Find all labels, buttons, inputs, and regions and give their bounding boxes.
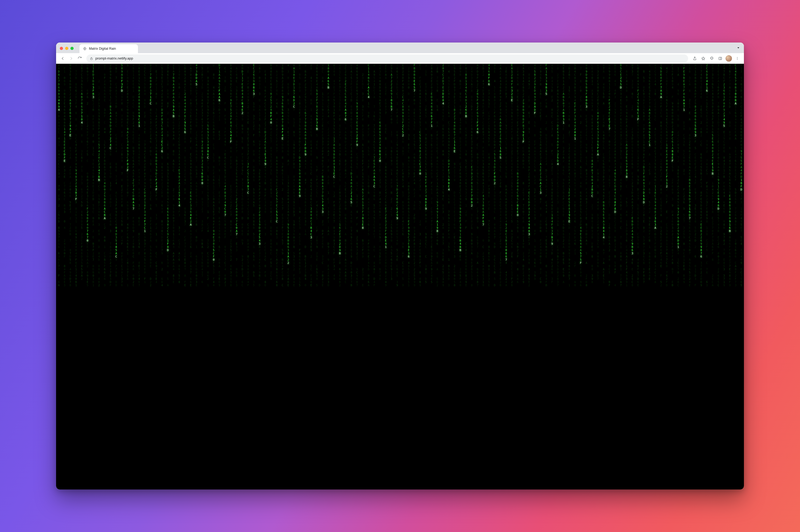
rain-column: A A9541DC7A 7 76C 715A1AC57A7E5FA0A63C39… [372, 64, 377, 490]
rain-column: EC26190B63F 1B0 37E2E F 69 D8 D D84A1 59… [251, 64, 257, 490]
rain-column: DB0927 6F6 2 B22268F96F7E5 C 0882A4E3C56… [85, 64, 91, 490]
reload-button[interactable] [76, 55, 84, 62]
rain-column: 28A92E202ED94B4D67F1F B976700EEB74D3 F46… [429, 64, 435, 490]
rain-column: 883 0031 3 D 3A173 5C65 974E6CB5 3EBF49F… [257, 64, 263, 490]
rain-column: 509ADF3FD19F0 6 7AF0 A2 C42B99 8 7 8 E2F… [119, 64, 125, 490]
rain-column: FA16339B35 F9B 4 2 C D535269224 DC343D47… [544, 64, 549, 490]
browser-toolbar: prompt-matrix.netlify.app [56, 53, 744, 64]
share-button[interactable] [691, 55, 699, 62]
window-minimize-button[interactable] [65, 47, 68, 50]
rain-column: E E33F8178E 8 3C4FFF7A9C71B868D639DCF24F… [154, 64, 159, 490]
rain-column: 9FE9BEA7FA6AA71 D10 CA36 5C8A6 21 F2236 … [681, 64, 687, 490]
browser-window: Matrix Digital Rain prompt-matrix.netlif [56, 42, 744, 490]
matrix-rain: 20DAC7D69834894DD9A4EC 431 D49EC5D34 74 … [56, 64, 744, 490]
rain-column: 3D2B5 15CA 6A77B6 E 27 52BCE8EDF4C4F31EF… [566, 64, 572, 490]
rain-column: 5F 2 1 227D76199B5F0F6857420C2347BB3C5 5… [96, 64, 102, 490]
rain-column: 00BFF77AAE4E5D 5 BD 878 6 A747A5AC66575E… [727, 64, 733, 490]
rain-column: BA70450187 60735E9F60E AF E EC9945D17433… [188, 64, 194, 490]
svg-rect-1 [90, 58, 92, 59]
rain-column: F1 FEC70AB19053A7571C55729B29CC70062239 … [417, 64, 423, 490]
rain-column: 4F985F0 1BC 874CE7 4B9C1B8AE32A1E21DAC13… [538, 64, 544, 490]
svg-point-5 [737, 59, 738, 60]
new-tab-button[interactable] [140, 45, 148, 52]
rain-column: EA12D4FA321E55B96442AF1836127DE4BCBA2158… [509, 64, 515, 490]
menu-button[interactable] [733, 55, 741, 62]
rain-column: 90E 4 5C88821CF69F9999CDBF05141DCF0D21F3… [492, 64, 498, 490]
rain-column: C 08492 CD A 63 E 99 CA9B04DE78F2E04F4EC… [526, 64, 532, 490]
profile-button[interactable] [725, 55, 733, 62]
rain-column: 15DE0FF7A9A80F1C4 8834B9C2D 6 206F3FA F0… [658, 64, 664, 490]
rain-column: 4A3414C852F298B9BBFB79E1F CDAADBA 8 2674… [521, 64, 527, 490]
rain-column: 4BCC875D84 86D E2 5F0E 7734CEA2DFAF799CD… [142, 64, 148, 490]
tab-strip: Matrix Digital Rain [56, 42, 744, 53]
back-button[interactable] [59, 55, 67, 62]
address-bar[interactable]: prompt-matrix.netlify.app [87, 55, 688, 62]
rain-column: F13 9703D7B1FCECF84DBBEAF039755FA4FD1BFD… [739, 64, 744, 490]
rain-column: AEB581A22AB507AB0311E 1F6 920A2 86C 96E3… [561, 64, 567, 490]
rain-column: 17A 4 96 1080 58 D 24CF09E 72 38E02CACA8… [675, 64, 681, 490]
rain-column: D973B3B54438382B3F361B5E640824EE19BA 104… [710, 64, 716, 490]
window-close-button[interactable] [60, 47, 63, 50]
rain-column: 3 15 E76BC5 2E05 6 A 7B265EB5C6C91AEFB27… [423, 64, 429, 490]
rain-column: 23CDC 320 36CF8 B2131 ACB37EFCF1679DA520… [360, 64, 366, 490]
rain-column: D4 05 DD3 61838EF3750078DC2F1D417504BBAB… [297, 64, 303, 490]
rain-column: 24D35A7A D61DF39DFE9BBE37BE67DCE7927010F… [469, 64, 475, 490]
rain-column: 70 27EDFBA5AEB2CBD0DE630ADF325D423A1CC0C… [555, 64, 561, 490]
rain-column: 9 BAFF297295736677906A001FDB99441 B 47 8… [303, 64, 309, 490]
rain-column: 1CE62A16FFB 709A33D78C52E237E8C9A016931C… [716, 64, 721, 490]
rain-column: C6A9014 A3D907A 9E888C491CE78B8AFB76B42B… [589, 64, 595, 490]
bookmark-button[interactable] [699, 55, 707, 62]
rain-column: FA 03AA4B81F595FF9569353A386CF715 5B6E5A… [205, 64, 211, 490]
extensions-button[interactable] [708, 55, 716, 62]
rain-column: A41DB0B8ADF25820B685D93FF 5 CE0C29241F E… [693, 64, 699, 490]
rain-column: 5D32 474D300AD20F7CEE0744 F8E4B385B69A11… [480, 64, 486, 490]
lock-icon [90, 57, 93, 60]
rain-column: C95E2FD973E271822748D67C116E 9A2778 D5CC… [452, 64, 458, 490]
rain-column: 4B514EE01 DACC B5F2436EEC D97C6AFA5F2C74… [131, 64, 136, 490]
forward-button[interactable] [67, 55, 75, 62]
rain-column: 6 BAE44A8 A9 E49ADFACEBCDAD29E697838D C … [624, 64, 630, 490]
tab-close-button[interactable] [131, 46, 135, 51]
rain-column: 2EAEAABFD7 994752797D1AC767F8D7A7D5 DAAC… [503, 64, 509, 490]
rain-column: B93E18DB722A87EB6729A7ED 672A 4EDA 20066… [68, 64, 73, 490]
rain-column: 48C 8A26 15916914E2E8EE33720F90C74CBB8A7… [320, 64, 326, 490]
tab-title: Matrix Digital Rain [89, 47, 116, 51]
rain-column: D2F7B08F371EC 865432BE246 FD6 39 1 7D91 … [148, 64, 154, 490]
browser-tab-active[interactable]: Matrix Digital Rain [79, 44, 138, 53]
svg-point-4 [737, 58, 738, 59]
rain-column: 3D6ABE4A582F7B269D36B 5 4E6 9 5F 9F99C5C… [314, 64, 320, 490]
rain-column: 7A6A71DD7C3 1 8F829 D0729A64DEE6AECE97D2… [395, 64, 400, 490]
rain-column: F1 0B9 8B62E4604B8B1471EEECDFE F3AE C706… [62, 64, 68, 490]
tab-list-button[interactable] [737, 46, 740, 51]
rain-column: C2B 7D938 E 54 BA EFDCE6C78A6D6CF71ADA91… [435, 64, 440, 490]
rain-column: C114B5CACC4 16 9E F0CF B 554 41F 55E01B … [366, 64, 372, 490]
rain-column: 2D896836DC1C2B5A469D3F7274C8B E8C9D 17B … [108, 64, 114, 490]
rain-column: 20DAC7D69834894DD9A4EC 431 D49EC5D34 74 … [56, 64, 62, 490]
rain-column: 473DDA54D7EE3C41EB9B 23C9A9BAB7 BB30 A98… [194, 64, 199, 490]
rain-column: 406892DD69269878A7E0B620F9E CA795 8 A7C … [354, 64, 360, 490]
rain-column: D71AA95CFAA6ACD421 E52 BD2 9 1CD7 E4C6 5… [216, 64, 223, 490]
rain-column: E411 96FFACC012F27ED22ACE3E39949461B 00F… [263, 64, 268, 490]
rain-column: 2C6DD4D160461DC9E3A944 7902 7A0C9 F84582… [704, 64, 710, 490]
window-maximize-button[interactable] [71, 47, 74, 50]
globe-icon [83, 46, 87, 51]
rain-column: D 86 44AAAB1762C6BA006 C1 1C3 BCF86817C1… [211, 64, 216, 490]
rain-column: 405B229ED497DADF9 56 B EF0A03DC5A 620 1F… [532, 64, 538, 490]
rain-column: 7 77B 8662B3F4 B 8 A2 5CC4CF407A994832A1… [73, 64, 79, 490]
rain-column: 87 0F2A66ABE 3BF C 44 1CF35FBD673A04D025… [102, 64, 108, 490]
rain-column: 1B7C53A5AAB70697104AE 8 8 3EAE 71 973 67… [79, 64, 85, 490]
rain-column: FB0B6E6574FB8 8E0535C CE953 06BBB9EFA4 A… [412, 64, 418, 490]
rain-column: F9B 3CA 8 2E1 E A 3 8D2E962E59AAE8B6E196… [687, 64, 693, 490]
rain-column: 3786E30 D0B 8F 2 0B5 6D 1E0 9B 61935389B… [165, 64, 171, 490]
rain-column: 42C18EC574B5FA14E6CCB00F10EAF004E2F1122 … [664, 64, 670, 490]
rain-column: 1804A65B F803CA74 C 224ABF6A2 7 F8 A2B 1… [326, 64, 331, 490]
rain-column: 6 A2052F06 F46 A 4DB21E5F087 BAB09750EDC… [274, 64, 280, 490]
rain-column: 801C6FB70C13DED FD 8C4F7 D49BC6E2F155 2E… [337, 64, 343, 490]
rain-column: E820DF4D02C4C80981F2C5218 387 17C08524 5… [400, 64, 406, 490]
rain-column: C14E570B30DBA1169496EEAA 5E4765DE5CF 5DE… [733, 64, 739, 490]
rain-column: A7A 0 48350 A CE4D 640DC6 CBC6D37BF7044B… [601, 64, 607, 490]
rain-column: 0304 47E7FA5301BF9395A117A69BD8011ECDF6 … [331, 64, 337, 490]
rain-column: 67328C988C2E8CEA8F626339B5FEAD0 E98D 5 D… [595, 64, 601, 490]
rain-column: AAAF64368F9F2F90A6AD6E266C1685A35C A626 … [498, 64, 503, 490]
side-panel-button[interactable] [716, 55, 724, 62]
